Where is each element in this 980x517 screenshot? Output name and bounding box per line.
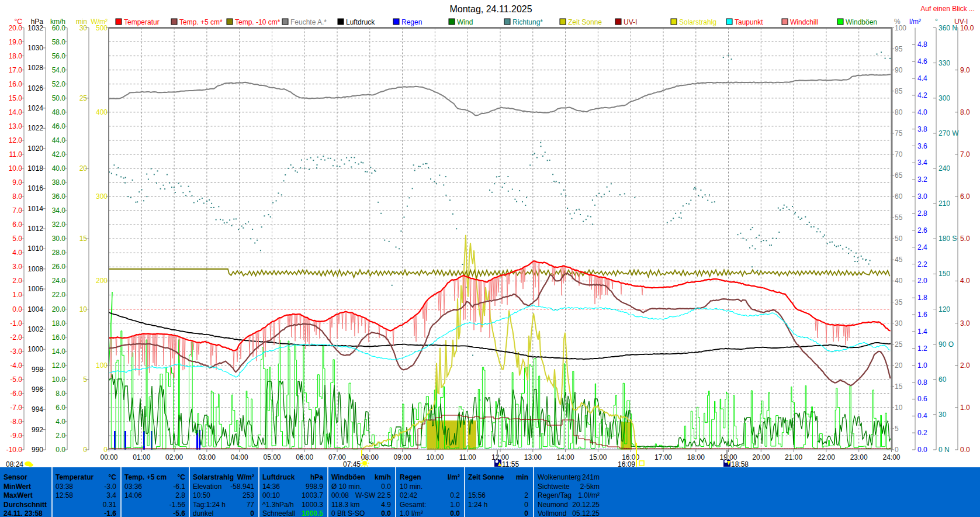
svg-text:°C: °C <box>15 18 23 26</box>
svg-text:18.0: 18.0 <box>9 52 23 60</box>
svg-text:13:00: 13:00 <box>524 453 542 461</box>
svg-text:28.0: 28.0 <box>52 249 66 257</box>
svg-text:-10.0: -10.0 <box>6 446 23 454</box>
svg-text:32.0: 32.0 <box>52 220 66 229</box>
svg-text:3.0: 3.0 <box>917 192 927 201</box>
svg-text:14.0: 14.0 <box>52 347 66 356</box>
svg-text:1.2: 1.2 <box>917 344 927 353</box>
svg-text:270 W: 270 W <box>939 129 959 137</box>
svg-text:0.4: 0.4 <box>917 412 927 420</box>
svg-text:10:00: 10:00 <box>426 453 444 461</box>
svg-text:85: 85 <box>895 87 903 95</box>
svg-text:03:00: 03:00 <box>198 453 216 461</box>
svg-text:30.0: 30.0 <box>52 235 66 243</box>
svg-text:22:00: 22:00 <box>818 453 835 461</box>
svg-text:52.0: 52.0 <box>52 80 66 88</box>
svg-text:90: 90 <box>895 66 903 74</box>
svg-text:70: 70 <box>895 150 903 158</box>
svg-text:44.0: 44.0 <box>52 136 66 144</box>
svg-text:3.2: 3.2 <box>917 175 927 184</box>
svg-text:992: 992 <box>32 426 43 434</box>
svg-text:min: min <box>76 18 87 26</box>
svg-text:50: 50 <box>895 235 903 243</box>
svg-text:2.0: 2.0 <box>917 277 927 285</box>
svg-text:1016: 1016 <box>27 184 43 192</box>
svg-text:12.0: 12.0 <box>9 136 23 144</box>
svg-text:1002: 1002 <box>27 325 43 333</box>
svg-text:1006: 1006 <box>27 285 43 293</box>
svg-text:km/h: km/h <box>50 18 65 26</box>
svg-text:15: 15 <box>895 382 903 391</box>
svg-text:0.2: 0.2 <box>917 429 927 437</box>
svg-text:1024: 1024 <box>27 104 43 112</box>
svg-text:2.4: 2.4 <box>917 243 927 251</box>
svg-text:1030: 1030 <box>27 44 43 52</box>
svg-text:998: 998 <box>32 366 43 374</box>
svg-text:4.0: 4.0 <box>917 108 927 116</box>
svg-text:Temp. -10 cm*: Temp. -10 cm* <box>235 18 281 26</box>
svg-text:35: 35 <box>895 298 903 306</box>
svg-text:994: 994 <box>32 405 43 413</box>
svg-text:5.0: 5.0 <box>960 235 970 243</box>
svg-text:36.0: 36.0 <box>52 192 66 201</box>
svg-text:3.6: 3.6 <box>917 142 927 150</box>
svg-text:01:00: 01:00 <box>133 453 150 461</box>
svg-text:06:00: 06:00 <box>296 453 313 461</box>
svg-text:58.0: 58.0 <box>52 38 66 46</box>
svg-text:26.0: 26.0 <box>52 263 66 271</box>
svg-text:Montag, 24.11.2025: Montag, 24.11.2025 <box>449 4 532 14</box>
svg-text:Solarstrahlg: Solarstrahlg <box>679 18 716 26</box>
svg-text:02:00: 02:00 <box>165 453 183 461</box>
svg-text:15.0: 15.0 <box>9 94 23 102</box>
svg-text:75: 75 <box>895 129 903 137</box>
svg-text:4.0: 4.0 <box>960 277 970 285</box>
svg-text:Auf einen Blick ...: Auf einen Blick ... <box>920 5 975 13</box>
svg-text:12.0: 12.0 <box>52 361 66 370</box>
svg-text:13.0: 13.0 <box>9 122 23 130</box>
svg-text:Feuchte A.*: Feuchte A.* <box>290 18 327 26</box>
svg-text:3.4: 3.4 <box>917 158 927 167</box>
svg-text:Zeit Sonne: Zeit Sonne <box>568 18 602 26</box>
svg-text:21:00: 21:00 <box>785 453 802 461</box>
svg-text:11:00: 11:00 <box>459 453 476 461</box>
svg-text:09:00: 09:00 <box>394 453 411 461</box>
svg-text:1012: 1012 <box>27 225 43 233</box>
svg-text:Temp. +5 cm*: Temp. +5 cm* <box>179 18 223 26</box>
svg-text:20:00: 20:00 <box>752 453 770 461</box>
svg-text:2.0: 2.0 <box>960 361 970 370</box>
svg-text:56.0: 56.0 <box>52 52 66 60</box>
svg-text:04:00: 04:00 <box>231 453 248 461</box>
svg-text:6.0: 6.0 <box>960 192 970 201</box>
svg-text:1.4: 1.4 <box>917 328 927 336</box>
svg-text:%: % <box>894 18 901 26</box>
svg-text:1020: 1020 <box>27 144 43 153</box>
svg-text:08:00: 08:00 <box>361 453 379 461</box>
svg-text:42.0: 42.0 <box>52 150 66 158</box>
svg-text:9.0: 9.0 <box>960 66 970 74</box>
svg-text:120: 120 <box>939 305 950 313</box>
svg-text:Richtung*: Richtung* <box>512 18 543 26</box>
svg-text:25: 25 <box>895 340 903 349</box>
svg-text:34.0: 34.0 <box>52 206 66 215</box>
svg-text:Taupunkt: Taupunkt <box>735 18 763 26</box>
svg-text:18:00: 18:00 <box>687 453 705 461</box>
svg-text:1.0: 1.0 <box>960 404 970 412</box>
svg-text:996: 996 <box>32 385 43 394</box>
svg-text:2.8: 2.8 <box>917 209 927 218</box>
svg-text:54.0: 54.0 <box>52 66 66 74</box>
svg-text:55: 55 <box>895 213 903 222</box>
svg-text:10.0: 10.0 <box>52 375 66 384</box>
svg-text:1028: 1028 <box>27 64 43 72</box>
svg-text:40.0: 40.0 <box>52 164 66 173</box>
svg-text:40: 40 <box>895 277 903 285</box>
svg-text:Windböen: Windböen <box>846 18 877 26</box>
svg-text:8.0: 8.0 <box>960 108 970 116</box>
svg-text:Windchill: Windchill <box>790 18 818 26</box>
svg-text:48.0: 48.0 <box>52 108 66 116</box>
svg-text:4.8: 4.8 <box>917 40 927 49</box>
svg-text:UV-I: UV-I <box>624 18 637 26</box>
svg-text:17:00: 17:00 <box>655 453 672 461</box>
svg-text:60: 60 <box>895 192 903 201</box>
svg-text:330: 330 <box>939 59 950 67</box>
svg-text:24:00: 24:00 <box>882 453 900 461</box>
